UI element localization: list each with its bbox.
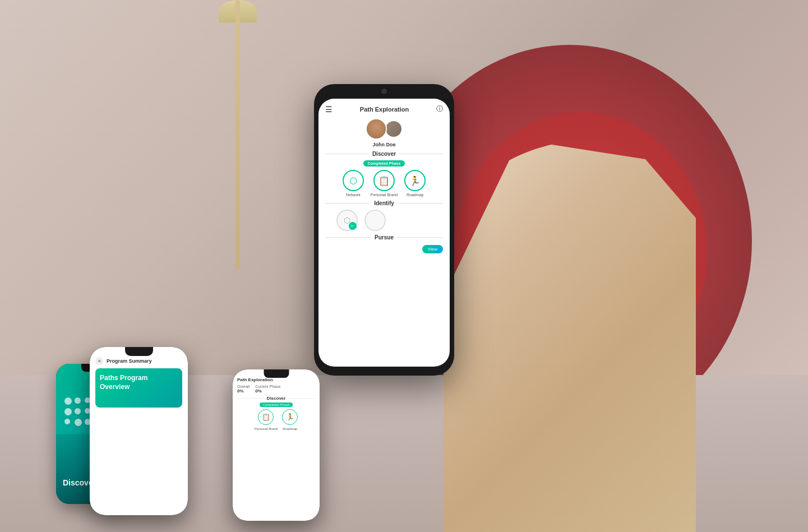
personal-brand-item[interactable]: 📋 Personal Brand xyxy=(371,170,398,197)
identify-icons-row: ⬡ 0↑ xyxy=(325,210,443,231)
personal-brand-icon: 📋 xyxy=(373,170,395,191)
main-screen-title: Path Exploration xyxy=(360,106,409,113)
notch-middle xyxy=(125,347,153,356)
dot xyxy=(75,397,81,404)
identify-icon-circle-1: ⬡ 0↑ xyxy=(336,210,358,231)
personal-brand-label: Personal Brand xyxy=(255,427,278,431)
mini-divider: Discover xyxy=(237,396,315,401)
dot xyxy=(64,419,70,424)
divider-line xyxy=(288,398,315,399)
program-summary-header: ✕ Program Summary xyxy=(95,357,182,365)
divider-line-left xyxy=(325,237,371,238)
pursue-section-label: Pursue xyxy=(375,234,394,240)
discover-section-label: Discover xyxy=(267,396,286,401)
roadmap-icon-circle: 🏃 xyxy=(282,409,298,425)
avatar-face xyxy=(367,119,386,138)
identify-icon-circle-2 xyxy=(364,210,386,231)
current-phase-label: Current Phase xyxy=(255,385,280,388)
dot xyxy=(64,408,72,415)
close-button[interactable]: ✕ xyxy=(95,357,103,365)
divider-line-right xyxy=(398,203,443,203)
user-name: John Doe xyxy=(325,142,443,147)
dot xyxy=(75,419,82,426)
overall-value: 0% xyxy=(237,388,250,394)
view-button[interactable]: View xyxy=(422,245,443,253)
phone-path-exploration-mini[interactable]: Path Exploration Overall 0% Current Phas… xyxy=(233,369,320,521)
divider-line xyxy=(237,398,265,399)
screen-header: ☰ Path Exploration ⓘ xyxy=(325,104,443,114)
phone-third-screen: Path Exploration Overall 0% Current Phas… xyxy=(233,369,320,521)
paths-banner-text: Paths Program Overview xyxy=(100,374,178,391)
completed-phase-badge: Completed Phase xyxy=(260,403,293,407)
program-summary-title: Program Summary xyxy=(107,358,152,364)
dot xyxy=(64,397,72,405)
paths-banner: Paths Program Overview xyxy=(95,368,182,408)
phone-middle-screen: ✕ Program Summary Paths Program Overview xyxy=(90,347,188,515)
mini-stat-current: Current Phase 0% xyxy=(255,385,280,394)
divider-line-left xyxy=(325,154,369,154)
roadmap-label: Roadmap xyxy=(283,427,297,431)
phone-main[interactable]: ☰ Path Exploration ⓘ John Doe Discover C… xyxy=(314,84,454,376)
roadmap-label-main: Roadmap xyxy=(407,193,423,197)
divider-line-right xyxy=(397,237,443,238)
discover-section: Discover xyxy=(372,151,396,157)
avatar-primary xyxy=(366,118,387,140)
completed-phase-badge-main: Completed Phase xyxy=(363,160,405,166)
lamp-pole xyxy=(236,0,240,269)
identify-divider: Identify xyxy=(325,200,443,206)
mini-stats: Overall 0% Current Phase 0% xyxy=(237,385,315,394)
personal-brand-label-main: Personal Brand xyxy=(371,193,398,197)
icon-item-roadmap: 🏃 Roadmap xyxy=(282,409,298,431)
hamburger-icon[interactable]: ☰ xyxy=(325,105,333,114)
phone-main-screen: ☰ Path Exploration ⓘ John Doe Discover C… xyxy=(318,99,450,367)
divider-line-right xyxy=(399,154,443,154)
discover-icons-row: ⬡ Network 📋 Personal Brand 🏃 Roadmap xyxy=(325,170,443,197)
info-icon[interactable]: ⓘ xyxy=(436,104,443,114)
avatar-section xyxy=(325,118,443,140)
personal-brand-icon-circle: 📋 xyxy=(258,409,274,425)
notch-third xyxy=(264,369,289,378)
mini-screen-title: Path Exploration xyxy=(237,377,315,382)
pursue-section: Pursue View xyxy=(325,234,443,240)
dot xyxy=(75,408,81,414)
roadmap-item[interactable]: 🏃 Roadmap xyxy=(404,170,426,197)
pursue-divider: Pursue xyxy=(325,234,443,240)
phone-program-summary[interactable]: ✕ Program Summary Paths Program Overview xyxy=(90,347,188,515)
current-phase-value: 0% xyxy=(255,388,280,394)
discover-divider: Discover xyxy=(325,151,443,157)
icon-item-personal-brand: 📋 Personal Brand xyxy=(255,409,278,431)
roadmap-icon: 🏃 xyxy=(404,170,426,191)
network-label: Network xyxy=(346,193,361,197)
mini-icons-row: 📋 Personal Brand 🏃 Roadmap xyxy=(237,409,315,431)
identify-item-2[interactable] xyxy=(364,210,386,231)
divider-line-left xyxy=(325,203,371,203)
phone-screen-inner: ☰ Path Exploration ⓘ John Doe Discover C… xyxy=(318,99,450,367)
network-icon-circle: ⬡ xyxy=(343,170,364,191)
avatar-secondary xyxy=(385,120,403,138)
badge-number: 0↑ xyxy=(349,222,357,230)
identify-item-1[interactable]: ⬡ 0↑ xyxy=(336,210,358,231)
mini-stat-overall: Overall 0% xyxy=(237,385,250,394)
identify-section: Identify xyxy=(374,200,394,206)
overall-label: Overall xyxy=(237,385,250,388)
camera xyxy=(381,89,387,94)
network-item[interactable]: ⬡ Network xyxy=(343,170,364,197)
